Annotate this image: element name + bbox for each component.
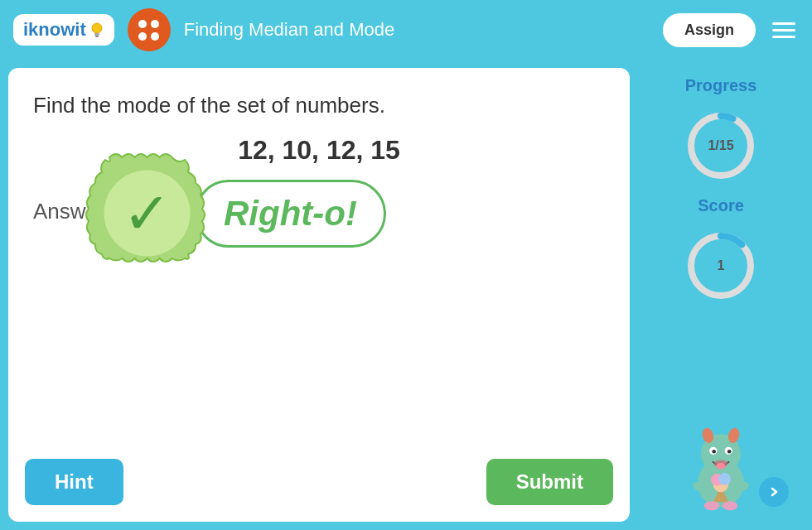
progress-value: 1/15 <box>708 138 733 153</box>
activity-icon <box>128 8 171 51</box>
righteo-banner: Right-o! <box>195 180 386 248</box>
svg-point-8 <box>712 450 716 454</box>
activity-title: Finding Median and Mode <box>184 19 650 41</box>
logo: iknowit <box>13 14 114 46</box>
assign-button[interactable]: Assign <box>663 13 756 47</box>
mascot-area <box>675 316 766 522</box>
correct-stamp: ✓ <box>83 149 211 277</box>
score-label: Score <box>698 196 744 215</box>
svg-point-9 <box>727 450 732 454</box>
progress-label: Progress <box>685 76 757 95</box>
hamburger-line-2 <box>772 29 795 31</box>
question-panel: Find the mode of the set of numbers. 12,… <box>8 68 630 522</box>
arrow-right-icon <box>766 484 781 499</box>
correct-overlay: ✓ Right-o! <box>83 149 386 277</box>
sidebar: Progress 1/15 Score 1 <box>638 68 804 522</box>
svg-point-21 <box>723 501 737 510</box>
answer-label: Answ <box>33 199 86 224</box>
svg-point-17 <box>718 473 731 485</box>
submit-button[interactable]: Submit <box>486 459 613 505</box>
svg-rect-2 <box>95 36 99 37</box>
dots-grid-icon <box>138 20 159 41</box>
progress-circle: 1/15 <box>684 108 758 183</box>
hamburger-line-3 <box>772 36 795 38</box>
hamburger-line-1 <box>772 22 795 25</box>
question-instruction: Find the mode of the set of numbers. <box>33 93 385 118</box>
menu-button[interactable] <box>769 19 799 41</box>
svg-point-20 <box>704 501 719 510</box>
svg-rect-1 <box>94 33 99 36</box>
answer-row: Answ ✓ Right-o! <box>33 199 605 224</box>
bottom-bar: Hint Submit <box>25 459 613 505</box>
main-container: Find the mode of the set of numbers. 12,… <box>0 60 812 530</box>
score-value: 1 <box>718 258 725 273</box>
logo-text: iknowit <box>23 19 86 41</box>
svg-point-13 <box>716 463 725 469</box>
bulb-icon <box>89 21 104 39</box>
checkmark-icon: ✓ <box>123 185 172 243</box>
svg-point-0 <box>92 23 102 33</box>
righteo-text: Right-o! <box>224 194 357 234</box>
mascot-character <box>675 414 766 513</box>
score-circle: 1 <box>684 229 758 303</box>
svg-point-22 <box>766 484 781 499</box>
header: iknowit Finding Median and Mode Assign <box>0 0 812 60</box>
hint-button[interactable]: Hint <box>25 459 123 505</box>
next-arrow-button[interactable] <box>759 477 789 507</box>
